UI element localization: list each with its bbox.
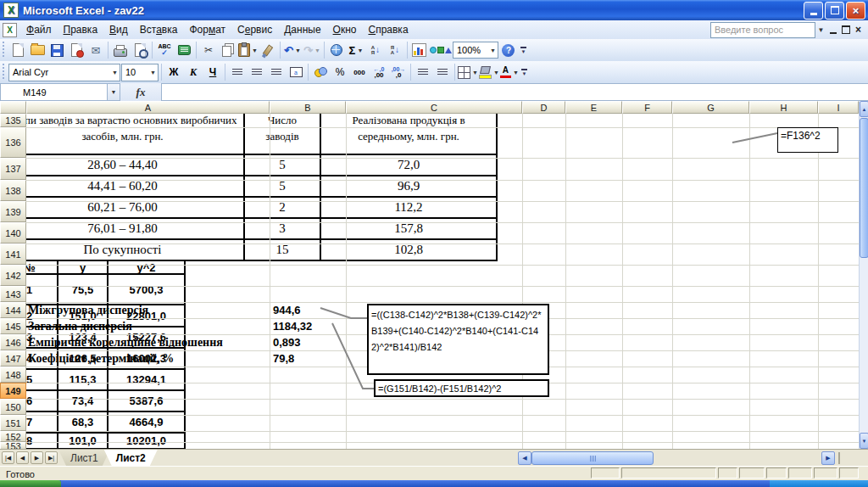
last-sheet-button[interactable]: ▶| bbox=[45, 451, 58, 464]
insert-hyperlink-button[interactable] bbox=[327, 41, 346, 59]
currency-style-button[interactable] bbox=[311, 63, 330, 81]
column-header-A[interactable]: A bbox=[26, 101, 270, 114]
print-preview-button[interactable] bbox=[131, 41, 149, 59]
vertical-scroll-thumb[interactable] bbox=[860, 118, 868, 258]
table-cell[interactable]: 5700,3 bbox=[108, 275, 186, 305]
table-cell[interactable]: 75,5 bbox=[58, 275, 108, 305]
underline-button[interactable]: Ч bbox=[203, 63, 222, 81]
paste-dropdown-icon[interactable]: ▼ bbox=[252, 48, 258, 53]
column-header-C[interactable]: C bbox=[346, 101, 522, 114]
name-box[interactable]: M149 bbox=[0, 83, 108, 101]
vertical-scrollbar[interactable]: ▲ ▼ bbox=[859, 101, 868, 449]
formula-input[interactable] bbox=[161, 83, 868, 101]
stat-value[interactable]: 944,6 bbox=[273, 302, 301, 318]
row-header-138[interactable]: 138 bbox=[0, 180, 26, 201]
stat-value[interactable]: 0,893 bbox=[273, 334, 301, 350]
minimize-button[interactable] bbox=[804, 2, 823, 20]
research-button[interactable] bbox=[175, 41, 193, 59]
undo-dropdown-icon[interactable]: ▼ bbox=[295, 48, 301, 53]
horizontal-scrollbar[interactable]: ◀ ▶ bbox=[518, 451, 850, 465]
chart-wizard-button[interactable] bbox=[410, 41, 429, 59]
column-header-G[interactable]: G bbox=[672, 101, 749, 114]
percent-style-button[interactable]: % bbox=[331, 63, 349, 81]
y-table-header-cell[interactable]: y^2 bbox=[108, 261, 186, 275]
paste-button[interactable]: ▼ bbox=[238, 41, 258, 59]
bold-button[interactable]: Ж bbox=[164, 63, 183, 81]
align-left-button[interactable] bbox=[228, 63, 247, 81]
select-all-corner[interactable] bbox=[0, 101, 26, 114]
font-color-button[interactable]: А▼ bbox=[500, 63, 519, 81]
autosum-button[interactable]: Σ▼ bbox=[347, 41, 365, 59]
restore-button[interactable] bbox=[825, 2, 844, 20]
row-header-147[interactable]: 147 bbox=[0, 350, 26, 367]
sheet-close-icon[interactable]: × bbox=[855, 25, 861, 35]
font-name-dropdown-icon[interactable]: ▼ bbox=[112, 70, 118, 76]
help-button[interactable]: ? bbox=[499, 41, 518, 59]
stat-label[interactable]: Коефіцієнт детермінації, % bbox=[28, 350, 174, 367]
name-box-dropdown-icon[interactable]: ▼ bbox=[108, 83, 120, 101]
undo-button[interactable]: ↶▼ bbox=[283, 41, 302, 59]
row-header-139[interactable]: 139 bbox=[0, 201, 26, 222]
scroll-left-button[interactable]: ◀ bbox=[518, 451, 531, 465]
menu-item-данные[interactable]: Данные bbox=[278, 21, 326, 38]
menu-item-вставка[interactable]: Вставка bbox=[134, 21, 184, 38]
table-cell[interactable]: 5387,6 bbox=[108, 391, 186, 412]
font-name-combo[interactable]: Arial Cyr▼ bbox=[8, 64, 120, 81]
row-header-153[interactable]: 153 bbox=[0, 442, 26, 449]
menu-item-файл[interactable]: Файл bbox=[20, 21, 58, 38]
next-sheet-button[interactable]: ▶ bbox=[31, 451, 43, 464]
sort-ascending-button[interactable]: АЯ↓ bbox=[366, 41, 385, 59]
close-button[interactable]: × bbox=[846, 2, 865, 20]
permission-button[interactable] bbox=[67, 41, 86, 59]
sort-descending-button[interactable]: ЯА↓ bbox=[386, 41, 404, 59]
start-button-edge[interactable] bbox=[0, 480, 61, 487]
scroll-right-button[interactable]: ▶ bbox=[821, 451, 835, 465]
menu-item-вид[interactable]: Вид bbox=[103, 21, 134, 38]
sheet-minimize-icon[interactable] bbox=[830, 32, 837, 34]
menu-item-справка[interactable]: Справка bbox=[362, 21, 414, 38]
mail-button[interactable]: ✉ bbox=[86, 41, 105, 59]
zoom-combo[interactable]: 100%▼ bbox=[453, 42, 498, 59]
tab-split-handle[interactable] bbox=[838, 452, 840, 464]
row-header-145[interactable]: 145 bbox=[0, 318, 26, 334]
column-header-F[interactable]: F bbox=[622, 101, 672, 114]
redo-button[interactable]: ↷▼ bbox=[303, 41, 321, 59]
comma-style-button[interactable]: 000 bbox=[350, 63, 369, 81]
open-button[interactable] bbox=[28, 41, 47, 59]
row-header-136[interactable]: 136 bbox=[0, 127, 26, 158]
stat-value[interactable]: 79,8 bbox=[273, 350, 294, 367]
align-center-button[interactable] bbox=[248, 63, 266, 81]
increase-decimal-button[interactable]: ←,0,00 bbox=[370, 63, 388, 81]
scroll-down-button[interactable]: ▼ bbox=[860, 433, 868, 449]
formula-callout-total-variance[interactable]: =(G151/B142)-(F151/B142)^2 bbox=[374, 379, 549, 397]
stat-value[interactable]: 1184,32 bbox=[273, 318, 312, 334]
previous-sheet-button[interactable]: ◀ bbox=[16, 451, 29, 464]
formula-callout-y-squared[interactable]: =F136^2 bbox=[777, 127, 838, 153]
stat-label[interactable]: Міжгрупова дисперсія bbox=[28, 302, 148, 318]
toolbar-grip[interactable] bbox=[2, 64, 6, 81]
table-cell[interactable]: 115,3 bbox=[58, 370, 108, 391]
row-header-149[interactable]: 149 bbox=[0, 383, 26, 399]
stat-label[interactable]: Емпіричне кореляційне відношення bbox=[28, 334, 223, 350]
menu-item-окно[interactable]: Окно bbox=[327, 21, 363, 38]
menu-item-сервис[interactable]: Сервис bbox=[231, 21, 278, 38]
stat-label[interactable]: Загальна дисперсія bbox=[28, 318, 132, 334]
row-header-135[interactable]: 135 bbox=[0, 114, 26, 127]
decrease-indent-button[interactable] bbox=[414, 63, 432, 81]
drawing-button[interactable] bbox=[430, 41, 452, 59]
copy-button[interactable] bbox=[219, 41, 237, 59]
sheet-restore-icon[interactable] bbox=[842, 25, 850, 34]
menu-item-правка[interactable]: Правка bbox=[58, 21, 104, 38]
table-cell[interactable]: 101,0 bbox=[58, 434, 108, 449]
font-size-dropdown-icon[interactable]: ▼ bbox=[150, 70, 156, 76]
table-cell[interactable]: 10201,0 bbox=[108, 434, 186, 449]
menu-item-формат[interactable]: Формат bbox=[183, 21, 231, 38]
row-header-144[interactable]: 144 bbox=[0, 302, 26, 318]
column-header-B[interactable]: B bbox=[270, 101, 346, 114]
toolbar-options-button[interactable]: ▼ bbox=[520, 47, 526, 54]
row-header-151[interactable]: 151 bbox=[0, 415, 26, 431]
toolbar-options-button[interactable]: ▼ bbox=[521, 69, 527, 76]
column-header-H[interactable]: H bbox=[749, 101, 818, 114]
table-cell[interactable]: 73,4 bbox=[58, 391, 108, 412]
row-header-148[interactable]: 148 bbox=[0, 367, 26, 383]
